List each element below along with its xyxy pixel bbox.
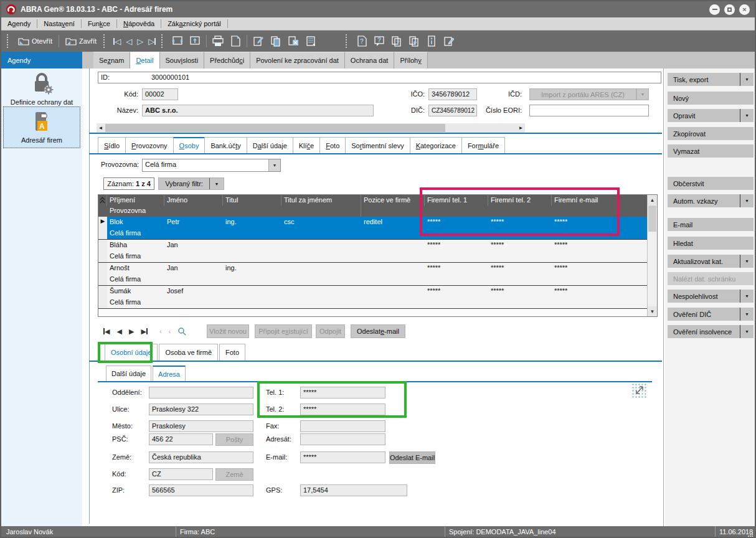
chevron-down-icon[interactable]: ▼ (740, 255, 754, 268)
last-record-icon[interactable]: ▷ (148, 37, 156, 46)
kod-field[interactable]: 00002 (142, 88, 178, 100)
dic-field[interactable]: CZ3456789012 (428, 105, 477, 116)
document-log-icon[interactable] (303, 34, 318, 49)
gps-field[interactable]: 17,5454 (300, 484, 407, 496)
menu-agendy[interactable]: Agendy (1, 17, 37, 30)
resize-grip[interactable] (748, 532, 753, 537)
edit-document-icon[interactable] (251, 34, 266, 49)
previous-record-icon[interactable]: ◁ (126, 37, 132, 46)
odpojit-button[interactable]: Odpojit (316, 324, 345, 338)
search-icon[interactable] (177, 327, 186, 336)
import-ares-dropdown[interactable]: ▼ (636, 88, 649, 100)
print-icon[interactable] (210, 34, 225, 49)
expand-panel-icon[interactable] (631, 383, 648, 398)
toolbar-grip[interactable] (346, 34, 350, 48)
scroll-left-icon[interactable]: ◄ (97, 123, 105, 133)
column-header[interactable]: Firemní e-mail (552, 195, 647, 206)
import-ares-button[interactable]: Import z portálu ARES (CZ) (529, 88, 636, 100)
tab-ochrana-dat[interactable]: Ochrana dat (345, 52, 395, 68)
chevron-down-icon[interactable]: ▼ (268, 159, 280, 171)
last-person-icon[interactable]: ▶ (141, 328, 147, 336)
psc-field[interactable]: 456 22 (149, 433, 213, 445)
selected-filter-button[interactable]: Vybraný filtr: ▼ (158, 177, 224, 190)
toolbar-grip[interactable] (161, 34, 166, 48)
chevron-down-icon[interactable]: ▼ (740, 109, 754, 122)
column-header[interactable]: Jméno (164, 195, 223, 206)
toolbar-grip[interactable] (103, 34, 108, 48)
table-row[interactable]: Arnošt Jan ing. ***** ***** ***** Celá f… (98, 263, 657, 286)
help-document-icon[interactable]: ? (354, 34, 369, 49)
toolbar-grip[interactable] (7, 34, 11, 48)
autom-vzkazy-button[interactable]: Autom. vzkazy▼ (668, 194, 754, 207)
tab-osoby[interactable]: Osoby (173, 137, 206, 153)
menu-nastaveni[interactable]: Nastavení (37, 17, 81, 30)
close-agenda-button[interactable]: Zavřít (62, 35, 100, 47)
tab-sidlo[interactable]: Sídlo (98, 137, 126, 153)
menu-zakaznicky-portal[interactable]: Zákaznický portál (161, 17, 227, 30)
opravit-button[interactable]: Opravit▼ (668, 109, 754, 122)
vymazat-button[interactable]: Vymazat (668, 144, 754, 158)
ico-field[interactable]: 3456789012 (428, 88, 477, 100)
zkopirovat-button[interactable]: Zkopírovat (668, 127, 754, 140)
first-record-icon[interactable]: ◁ (113, 37, 121, 46)
tab-seznam[interactable]: Seznam (93, 52, 130, 68)
overeni-insolvence-button[interactable]: Ověření insolvence▼ (668, 325, 754, 338)
menu-funkce[interactable]: Funkce (82, 17, 116, 30)
kod-zeme-field[interactable]: CZ (149, 468, 213, 480)
obcerstvit-button[interactable]: Občerstvit (668, 177, 754, 190)
maximize-button[interactable] (724, 4, 735, 15)
tab-detail[interactable]: Detail (130, 52, 159, 68)
delete-document-icon[interactable] (286, 34, 301, 49)
adresat-field[interactable] (300, 433, 385, 445)
tel2-field[interactable]: ***** (300, 404, 385, 415)
previous-person-icon[interactable]: ◀ (116, 328, 121, 336)
tab-foto-person[interactable]: Foto (219, 344, 245, 361)
novy-button[interactable]: Nový (668, 92, 754, 105)
fax-field[interactable] (300, 420, 385, 432)
edit-note-icon[interactable] (442, 34, 456, 49)
nalezt-dat-schranku-button[interactable]: Nalézt dat. schránku (668, 272, 754, 285)
email-button[interactable]: E-mail (668, 218, 754, 231)
column-header[interactable]: Příjmení (107, 195, 164, 206)
table-row[interactable]: ▶ Blok Petr ing. csc reditel ***** *****… (98, 217, 657, 240)
minimize-button[interactable] (709, 4, 720, 15)
tab-dalsi-udaje-person[interactable]: Další údaje (106, 366, 151, 381)
switch-window-icon[interactable] (170, 34, 185, 49)
tab-predchudci[interactable]: Předchůdci (204, 52, 250, 68)
column-header[interactable]: Titul za jménem (281, 195, 361, 206)
mesto-field[interactable]: Praskolesy (149, 420, 253, 432)
help-bubble-icon[interactable]: ? (372, 34, 387, 49)
page-back2-icon[interactable]: ‹ (169, 328, 171, 335)
page-back-icon[interactable]: ‹ (159, 328, 162, 335)
provozovna-select[interactable]: Celá firma ▼ (142, 159, 281, 172)
tab-prilohy[interactable]: Přílohy (394, 52, 427, 68)
eori-field[interactable] (529, 105, 649, 116)
hledat-button[interactable]: Hledat (668, 237, 754, 250)
info-icon[interactable] (424, 34, 439, 49)
sidebar-item-definice-ochrany-dat[interactable]: Definice ochrany dat (3, 73, 80, 106)
scroll-up-icon[interactable]: ▲ (648, 195, 657, 205)
chevron-down-icon[interactable]: ▼ (740, 308, 754, 321)
sort-marker-icon[interactable] (98, 195, 107, 206)
nespolehlivost-button[interactable]: Nespolehlivost▼ (668, 290, 754, 303)
overeni-dic-button[interactable]: Ověření DIČ▼ (668, 308, 754, 321)
horizontal-scrollbar[interactable]: ◄ ► (97, 123, 525, 133)
zip-field[interactable]: 566565 (149, 484, 253, 496)
column-header[interactable]: Titul (223, 195, 281, 206)
related-topics-icon[interactable] (407, 34, 422, 49)
odeslat-email-button[interactable]: Odeslat e-mail (351, 324, 405, 338)
posty-button[interactable]: Pošty (215, 433, 253, 446)
tab-povoleni-ke-zpracovani-dat[interactable]: Povolení ke zpracování dat (250, 52, 345, 68)
table-row[interactable]: Bláha Jan ***** ***** ***** Celá firma (98, 240, 657, 263)
oddeleni-field[interactable] (149, 387, 253, 399)
tab-foto[interactable]: Foto (319, 137, 346, 153)
tab-provozovny[interactable]: Provozovny (125, 137, 173, 153)
zeme-button[interactable]: Země (215, 468, 253, 481)
tab-adresa[interactable]: Adresa (153, 366, 186, 381)
next-record-icon[interactable]: ▷ (137, 37, 143, 46)
scroll-right-icon[interactable]: ► (517, 123, 525, 133)
column-header[interactable]: Firemní tel. 2 (488, 195, 552, 206)
chevron-down-icon[interactable]: ▼ (740, 290, 754, 303)
chevron-down-icon[interactable]: ▼ (740, 325, 754, 338)
tab-dalsi-udaje[interactable]: Další údaje (247, 137, 293, 153)
